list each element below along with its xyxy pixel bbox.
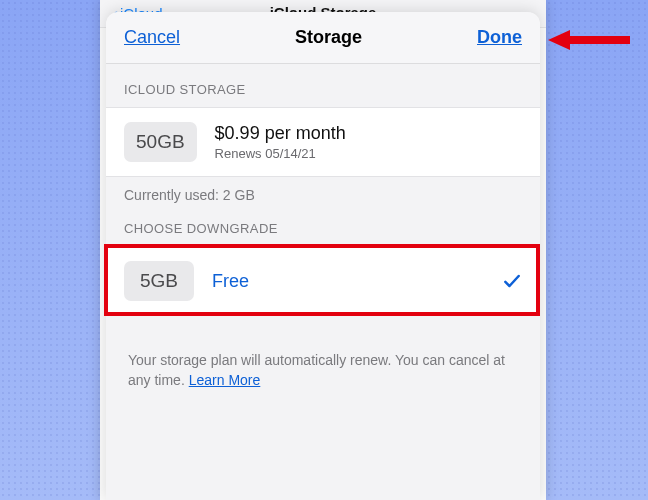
downgrade-label: Free: [212, 271, 502, 292]
checkmark-icon: [502, 271, 522, 291]
modal-sheet: Cancel Storage Done ICLOUD STORAGE 50GB …: [106, 12, 540, 500]
plan-size-badge: 50GB: [124, 122, 197, 162]
device-frame: ‹ iCloud iCloud Storage Cancel Storage D…: [100, 0, 546, 500]
section-header-current: ICLOUD STORAGE: [106, 64, 540, 107]
downgrade-option[interactable]: 5GB Free: [106, 246, 540, 316]
plan-price: $0.99 per month: [215, 123, 522, 144]
cancel-button[interactable]: Cancel: [124, 27, 180, 48]
nav-bar: Cancel Storage Done: [106, 12, 540, 64]
plan-renewal: Renews 05/14/21: [215, 146, 522, 161]
downgrade-size-badge: 5GB: [124, 261, 194, 301]
footer-note: Your storage plan will automatically ren…: [106, 316, 540, 409]
section-header-downgrade: CHOOSE DOWNGRADE: [106, 203, 540, 246]
done-button[interactable]: Done: [477, 27, 522, 48]
current-plan-cell: 50GB $0.99 per month Renews 05/14/21: [106, 107, 540, 177]
usage-text: Currently used: 2 GB: [106, 177, 540, 203]
footer-text: Your storage plan will automatically ren…: [128, 352, 505, 388]
modal-title: Storage: [295, 27, 362, 48]
learn-more-link[interactable]: Learn More: [189, 372, 261, 388]
